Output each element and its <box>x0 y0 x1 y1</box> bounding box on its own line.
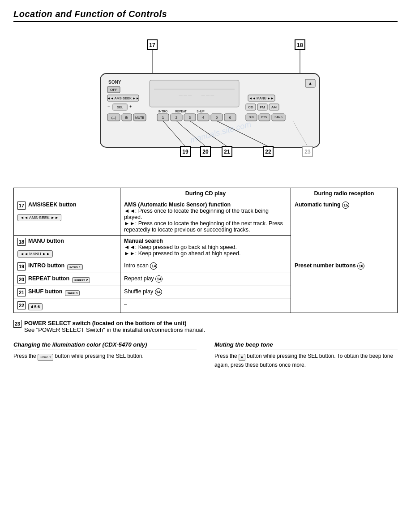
svg-text:23: 23 <box>304 149 311 155</box>
callout-23-section: 23 POWER SELECT switch (located on the b… <box>13 320 398 333</box>
svg-text:AM: AM <box>271 105 277 109</box>
callout-17: 17 <box>17 202 26 210</box>
row-17-label: 17 AMS/SEEK button ◄◄ AMS·SEEK ►► <box>14 199 120 236</box>
svg-text:◄◄  AMS·SEEK  ►►: ◄◄ AMS·SEEK ►► <box>107 96 139 100</box>
svg-text:6: 6 <box>229 116 231 120</box>
svg-text:(...): (...) <box>111 116 116 120</box>
row-19-22-radio: Preset number buttons 16 <box>291 260 397 313</box>
svg-rect-10 <box>150 80 239 107</box>
svg-text:D·N: D·N <box>248 116 254 119</box>
row-22-cd: – <box>120 299 291 313</box>
page-title: Location and Function of Controls <box>13 9 398 19</box>
col1-header <box>14 188 120 199</box>
svg-text:FM: FM <box>260 105 265 109</box>
intro-ref-btn: INTRO1 <box>38 354 53 361</box>
device-diagram: 17 18 SONY OFF — — — — — — ▲ <box>60 35 351 174</box>
mute-beep-section: Muting the beep tone Press the ● button … <box>214 341 398 369</box>
row-21-cd: Shuffle play 14 <box>120 286 291 299</box>
ams-seek-btn-illus: ◄◄ AMS·SEEK ►► <box>17 214 61 221</box>
mute-ref-btn: ● <box>239 354 245 361</box>
shuf-btn-illus: SHUF3 <box>65 290 80 296</box>
svg-text:19: 19 <box>182 149 188 155</box>
mute-beep-body: Press the ● button while pressing the SE… <box>214 352 398 369</box>
svg-text:OFF: OFF <box>110 88 117 92</box>
table-row-17: 17 AMS/SEEK button ◄◄ AMS·SEEK ►► AMS (A… <box>14 199 398 236</box>
manu-btn-illus: ◄◄ MANU ►► <box>17 250 53 257</box>
svg-text:1: 1 <box>162 116 164 120</box>
callout-19: 19 <box>17 262 26 270</box>
table-row-19: 19 INTRO button INTRO1 Intro scan 14 Pre… <box>14 260 398 273</box>
intro-btn-illus: INTRO1 <box>67 264 83 270</box>
diagram-section: 17 18 SONY OFF — — — — — — ▲ <box>13 29 398 179</box>
callout-23-subtext: See "POWER SELECT Switch" in the install… <box>24 326 205 333</box>
callout-23: 23 <box>13 320 21 328</box>
svg-text:SHUF: SHUF <box>197 110 205 113</box>
svg-text:INTRO: INTRO <box>158 110 167 113</box>
svg-text:5: 5 <box>216 116 218 120</box>
col3-header: During radio reception <box>291 188 397 199</box>
row-17-18-radio: Automatic tuning 15 <box>291 199 397 260</box>
col2-header: During CD play <box>120 188 291 199</box>
svg-text:SEL: SEL <box>117 105 123 109</box>
callout-20: 20 <box>17 275 26 283</box>
row-21-label: 21 SHUF button SHUF3 <box>14 286 120 299</box>
svg-text:4: 4 <box>202 116 205 120</box>
svg-text:◄◄  MANU  ►►: ◄◄ MANU ►► <box>249 96 274 100</box>
mute-beep-title: Muting the beep tone <box>214 341 398 349</box>
row-19-cd: Intro scan 14 <box>120 260 291 273</box>
svg-text:22: 22 <box>265 149 271 155</box>
illumination-title: Changing the illumination color (CDX-547… <box>13 341 197 349</box>
callout-22: 22 <box>17 301 26 309</box>
callout-21: 21 <box>17 288 26 296</box>
svg-text:IN: IN <box>125 116 128 119</box>
row-18-cd: Manual search ◄◄: Keep pressed to go bac… <box>120 236 291 260</box>
svg-text:REPEAT: REPEAT <box>175 110 187 113</box>
row-20-label: 20 REPEAT button REPEAT2 <box>14 273 120 286</box>
svg-text:21: 21 <box>224 149 230 155</box>
callout-18: 18 <box>17 238 26 246</box>
row-22-label: 22 4 5 6 <box>14 299 120 313</box>
svg-text:2: 2 <box>176 116 178 120</box>
svg-text:20: 20 <box>202 149 209 155</box>
svg-text:MUTE: MUTE <box>135 116 144 119</box>
svg-text:— — —: — — — <box>179 93 192 97</box>
illumination-body: Press the INTRO1 button while pressing t… <box>13 352 197 361</box>
svg-text:BTS: BTS <box>261 116 267 119</box>
svg-text:— — —: — — — <box>201 93 214 97</box>
456-btn-illus: 4 5 6 <box>28 303 43 310</box>
page-header: Location and Function of Controls <box>13 9 398 22</box>
svg-text:−: − <box>107 104 110 109</box>
svg-text:3: 3 <box>189 116 191 120</box>
bottom-sections: Changing the illumination color (CDX-547… <box>13 341 398 369</box>
svg-text:18: 18 <box>297 42 303 48</box>
controls-table: During CD play During radio reception 17… <box>13 188 398 313</box>
svg-text:17: 17 <box>149 42 155 48</box>
svg-text:SANS: SANS <box>274 116 283 119</box>
callout-23-text: POWER SELECT switch (located on the bott… <box>24 320 187 326</box>
illumination-section: Changing the illumination color (CDX-547… <box>13 341 197 369</box>
row-20-cd: Repeat play 14 <box>120 273 291 286</box>
svg-text:+: + <box>129 104 132 109</box>
svg-text:▲: ▲ <box>308 81 313 86</box>
repeat-btn-illus: REPEAT2 <box>72 277 90 283</box>
row-18-label: 18 MANU button ◄◄ MANU ►► <box>14 236 120 260</box>
row-17-cd: AMS (Automatic Music Sensor) function ◄◄… <box>120 199 291 236</box>
row-19-label: 19 INTRO button INTRO1 <box>14 260 120 273</box>
svg-text:SONY: SONY <box>108 80 121 85</box>
svg-text:CD: CD <box>248 105 253 109</box>
diagram-wrapper: 17 18 SONY OFF — — — — — — ▲ <box>60 35 351 174</box>
